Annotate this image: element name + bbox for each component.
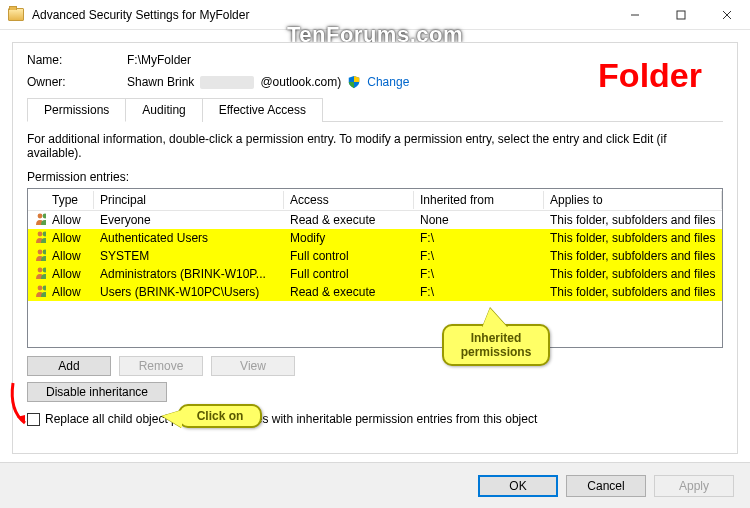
callout-click-on: Click on (178, 404, 262, 428)
col-applies[interactable]: Applies to (544, 191, 722, 209)
maximize-button[interactable] (658, 0, 704, 30)
replace-checkbox-row: Replace all child object permission entr… (27, 412, 723, 426)
svg-point-10 (38, 267, 43, 272)
table-row[interactable]: AllowUsers (BRINK-W10PC\Users)Read & exe… (28, 283, 722, 301)
principal-icon (35, 212, 46, 226)
svg-point-8 (38, 249, 43, 254)
svg-point-12 (38, 285, 43, 290)
cell-principal: Administrators (BRINK-W10P... (94, 266, 284, 282)
cell-applies: This folder, subfolders and files (544, 248, 722, 264)
remove-button: Remove (119, 356, 203, 376)
owner-label: Owner: (27, 75, 127, 89)
cell-inherited: None (414, 212, 544, 228)
col-access[interactable]: Access (284, 191, 414, 209)
cell-principal: Users (BRINK-W10PC\Users) (94, 284, 284, 300)
cell-principal: Everyone (94, 212, 284, 228)
content-panel: Name: F:\MyFolder Owner: Shawn Brink @ou… (12, 42, 738, 454)
cell-access: Full control (284, 248, 414, 264)
cancel-button[interactable]: Cancel (566, 475, 646, 497)
svg-point-7 (43, 231, 46, 236)
cell-applies: This folder, subfolders and files (544, 284, 722, 300)
callout-inherited-permissions: Inherited permissions (442, 324, 550, 366)
col-principal[interactable]: Principal (94, 191, 284, 209)
callout-click-on-text: Click on (197, 409, 244, 423)
cell-type: Allow (46, 212, 94, 228)
cell-type: Allow (46, 230, 94, 246)
disable-inheritance-button[interactable]: Disable inheritance (27, 382, 167, 402)
permission-grid[interactable]: Type Principal Access Inherited from App… (27, 188, 723, 348)
cell-inherited: F:\ (414, 284, 544, 300)
cell-access: Read & execute (284, 284, 414, 300)
table-row[interactable]: AllowEveryoneRead & executeNoneThis fold… (28, 211, 722, 229)
svg-rect-1 (677, 11, 685, 19)
cell-applies: This folder, subfolders and files (544, 266, 722, 282)
folder-annotation: Folder (598, 56, 702, 95)
replace-checkbox-label: Replace all child object permission entr… (45, 412, 537, 426)
redacted-block (200, 76, 254, 89)
grid-header: Type Principal Access Inherited from App… (28, 189, 722, 211)
name-label: Name: (27, 53, 127, 67)
red-arrow-annotation (7, 381, 41, 431)
principal-icon (35, 266, 46, 280)
window-title: Advanced Security Settings for MyFolder (32, 8, 249, 22)
svg-point-4 (38, 213, 43, 218)
svg-point-13 (43, 285, 46, 290)
owner-name: Shawn Brink (127, 75, 194, 89)
owner-value: Shawn Brink @outlook.com) Change (127, 75, 409, 89)
view-button: View (211, 356, 295, 376)
col-type[interactable]: Type (46, 191, 94, 209)
owner-email-suffix: @outlook.com) (260, 75, 341, 89)
change-owner-link[interactable]: Change (367, 75, 409, 89)
ok-button[interactable]: OK (478, 475, 558, 497)
close-button[interactable] (704, 0, 750, 30)
tab-permissions[interactable]: Permissions (27, 98, 126, 122)
col-inherited[interactable]: Inherited from (414, 191, 544, 209)
cell-type: Allow (46, 284, 94, 300)
titlebar: Advanced Security Settings for MyFolder (0, 0, 750, 30)
permission-entries-label: Permission entries: (27, 170, 723, 184)
cell-inherited: F:\ (414, 248, 544, 264)
svg-point-5 (43, 213, 46, 218)
dialog-footer: OK Cancel Apply (0, 462, 750, 508)
apply-button: Apply (654, 475, 734, 497)
principal-icon (35, 284, 46, 298)
cell-inherited: F:\ (414, 230, 544, 246)
cell-access: Modify (284, 230, 414, 246)
cell-applies: This folder, subfolders and files (544, 212, 722, 228)
minimize-button[interactable] (612, 0, 658, 30)
add-button[interactable]: Add (27, 356, 111, 376)
grid-button-row: Add Remove View (27, 356, 723, 376)
svg-point-6 (38, 231, 43, 236)
uac-shield-icon (347, 75, 361, 89)
table-row[interactable]: AllowAdministrators (BRINK-W10P...Full c… (28, 265, 722, 283)
table-row[interactable]: AllowAuthenticated UsersModifyF:\This fo… (28, 229, 722, 247)
principal-icon (35, 230, 46, 244)
cell-principal: Authenticated Users (94, 230, 284, 246)
info-text: For additional information, double-click… (27, 132, 723, 160)
principal-icon (35, 248, 46, 262)
cell-access: Full control (284, 266, 414, 282)
cell-principal: SYSTEM (94, 248, 284, 264)
inheritance-row: Disable inheritance (27, 382, 723, 402)
cell-access: Read & execute (284, 212, 414, 228)
svg-point-11 (43, 267, 46, 272)
name-value: F:\MyFolder (127, 53, 191, 67)
cell-applies: This folder, subfolders and files (544, 230, 722, 246)
window-buttons (612, 0, 750, 30)
tab-effective-access[interactable]: Effective Access (202, 98, 323, 122)
table-row[interactable]: AllowSYSTEMFull controlF:\This folder, s… (28, 247, 722, 265)
svg-point-9 (43, 249, 46, 254)
tab-strip: Permissions Auditing Effective Access (27, 97, 723, 121)
tab-auditing[interactable]: Auditing (125, 98, 202, 122)
folder-icon (8, 8, 24, 21)
callout-inherited-text: Inherited permissions (452, 331, 540, 359)
cell-type: Allow (46, 266, 94, 282)
cell-inherited: F:\ (414, 266, 544, 282)
cell-type: Allow (46, 248, 94, 264)
